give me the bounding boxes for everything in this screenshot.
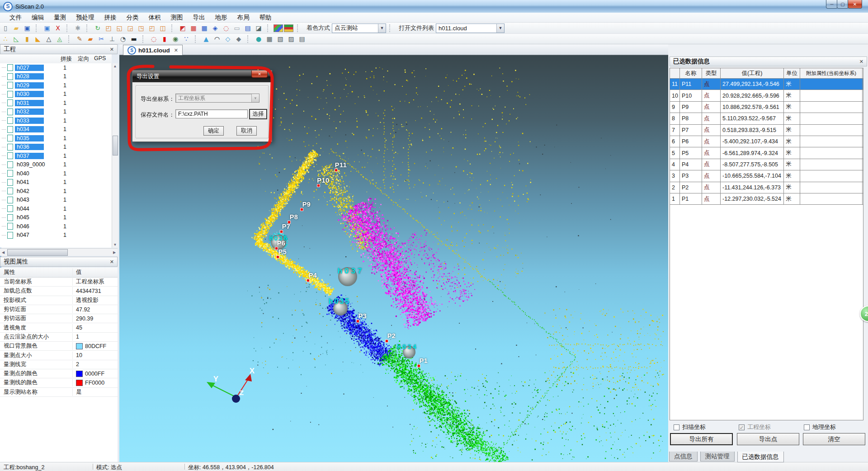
- selected-data-row[interactable]: 8P8点5.110,293.522,-9.567米: [670, 113, 863, 124]
- maximize-button[interactable]: ▢: [837, 0, 849, 9]
- selected-data-row[interactable]: 5P5点-6.561,289.974,-9.324米: [670, 147, 863, 159]
- tree-item-h043[interactable]: h0431: [0, 196, 112, 205]
- dialog-close-button[interactable]: ✕: [251, 71, 268, 78]
- tree-item-h027[interactable]: h0271: [0, 63, 112, 72]
- table-small-icon[interactable]: ▨: [286, 35, 296, 43]
- prop-row[interactable]: 点云渲染点的大小1: [0, 333, 118, 342]
- tree-item-h037[interactable]: h0371: [0, 151, 112, 160]
- tree-item-h029[interactable]: h0291: [0, 81, 112, 90]
- prop-row[interactable]: 显示测站名称是: [0, 388, 118, 397]
- level-icon[interactable]: ⊥: [107, 35, 117, 43]
- angle-icon[interactable]: △: [44, 35, 54, 43]
- prop-row[interactable]: 当前坐标系工程坐标系: [0, 278, 118, 287]
- tree-item-h040[interactable]: h0401: [0, 169, 112, 178]
- cube-view-1-icon[interactable]: ◰: [104, 24, 113, 33]
- box-blue-icon[interactable]: ◇: [223, 35, 233, 43]
- scroll-down-icon[interactable]: ▼: [112, 243, 118, 247]
- filelist-combobox[interactable]: h011.cloud ▼: [436, 24, 505, 33]
- tree-item-h044[interactable]: h0441: [0, 204, 112, 213]
- selected-data-row[interactable]: 7P7点0.518,293.823,-9.515米: [670, 125, 863, 136]
- checkbox-icon[interactable]: [804, 424, 810, 430]
- tree-item-h042[interactable]: h0421: [0, 187, 112, 196]
- selected-data-row[interactable]: 11P11点27.499,292.134,-9.546米: [670, 79, 863, 90]
- menu-item-9[interactable]: 导出: [188, 13, 210, 23]
- settings-gears-icon[interactable]: ✱: [73, 24, 83, 33]
- ok-button[interactable]: 确定: [203, 126, 224, 136]
- checkbox-icon[interactable]: ✓: [739, 424, 745, 430]
- tree-item-h047[interactable]: h0471: [0, 231, 112, 240]
- prop-row[interactable]: 量测点大小10: [0, 351, 118, 360]
- menu-item-4[interactable]: 预处理: [71, 13, 99, 23]
- cancel-button[interactable]: 取消: [236, 126, 257, 136]
- selected-data-row[interactable]: 3P3点-10.665,255.584,-7.104米: [670, 170, 863, 182]
- colormap-icon[interactable]: [274, 24, 283, 32]
- table-list-icon[interactable]: ▤: [297, 35, 307, 43]
- prop-row[interactable]: 量测线的颜色FF0000: [0, 378, 118, 387]
- tree-item-h036[interactable]: h0361: [0, 143, 112, 152]
- tree-item-h035[interactable]: h0351: [0, 134, 112, 143]
- tree-item-h031[interactable]: h0311: [0, 99, 112, 108]
- selected-data-row[interactable]: 9P9点10.886,292.578,-9.561米: [670, 102, 863, 113]
- cube-view-4-icon[interactable]: ◳: [136, 24, 146, 33]
- cube-view-6-icon[interactable]: ◫: [158, 24, 168, 33]
- refresh-icon[interactable]: ↻: [93, 24, 103, 33]
- tree-vscrollbar[interactable]: ▲ ▼: [112, 63, 118, 248]
- tab-测站管理[interactable]: 测站管理: [700, 452, 735, 462]
- scroll-right-icon[interactable]: ▶: [112, 250, 117, 254]
- selected-data-row[interactable]: 4P4点-8.507,277.575,-8.505米: [670, 159, 863, 170]
- scroll-left-icon[interactable]: ◀: [1, 250, 5, 254]
- circle-select-icon[interactable]: ◌: [221, 24, 231, 33]
- open-folder-icon[interactable]: ▰: [11, 24, 21, 33]
- selected-data-row[interactable]: 2P2点-11.431,244.126,-6.373米: [670, 182, 863, 193]
- coord-system-combobox[interactable]: 工程坐标系 ▼: [175, 94, 259, 103]
- menu-item-12[interactable]: 帮助: [255, 13, 277, 23]
- prism-icon[interactable]: ▲: [201, 35, 211, 43]
- close-icon[interactable]: ✕: [859, 59, 863, 65]
- tree-item-h032[interactable]: h0321: [0, 108, 112, 117]
- ruler-vertical-icon[interactable]: ▮: [22, 35, 32, 43]
- triangle-flag-icon[interactable]: ◬: [55, 35, 65, 43]
- cube-view-3-icon[interactable]: ◲: [125, 24, 135, 33]
- snapshot-icon[interactable]: ▬: [129, 35, 139, 43]
- chevron-down-icon[interactable]: ▼: [378, 24, 386, 33]
- clear-button[interactable]: 清空: [803, 433, 865, 445]
- diamond-select-icon[interactable]: ◈: [210, 24, 220, 33]
- menu-item-8[interactable]: 测图: [166, 13, 188, 23]
- menu-item-7[interactable]: 体积: [144, 13, 166, 23]
- delete-icon[interactable]: X: [53, 24, 63, 33]
- measure-angle-icon[interactable]: ◺: [11, 35, 21, 43]
- grid-red-icon[interactable]: ▦: [189, 24, 198, 33]
- menu-item-5[interactable]: 拼接: [99, 13, 122, 23]
- color-layers-icon[interactable]: [284, 24, 293, 32]
- prop-row[interactable]: 透视角度45: [0, 323, 118, 332]
- shading-combobox[interactable]: 点云测站 ▼: [332, 24, 386, 33]
- tree-item-h033[interactable]: h0331: [0, 116, 112, 125]
- box-gray-icon[interactable]: ◆: [234, 35, 244, 43]
- table-add-icon[interactable]: ▧: [275, 35, 285, 43]
- title-bar[interactable]: S SiScan 2.0: [0, 0, 868, 13]
- block-red-icon[interactable]: ▮: [160, 35, 170, 43]
- minimize-button[interactable]: ─: [826, 0, 838, 9]
- checkbox-扫描坐标[interactable]: 扫描坐标: [674, 423, 706, 431]
- binocular-icon[interactable]: ◉: [170, 35, 180, 43]
- scissors-icon[interactable]: ✂: [96, 35, 106, 43]
- rect-select-icon[interactable]: ▭: [232, 24, 242, 33]
- table-grid-icon[interactable]: ▦: [264, 35, 274, 43]
- tab-点信息[interactable]: 点信息: [669, 452, 698, 462]
- choose-file-button[interactable]: 选择: [249, 109, 267, 119]
- checkbox-icon[interactable]: [674, 424, 679, 430]
- export-points-button[interactable]: 导出点: [737, 433, 799, 445]
- tree-col-2[interactable]: 定向: [78, 55, 89, 63]
- close-icon[interactable]: ✕: [110, 259, 114, 265]
- prop-row[interactable]: 剪切远面290.39: [0, 314, 118, 323]
- tree-item-h041[interactable]: h0411: [0, 178, 112, 187]
- grid-blue-icon[interactable]: ▦: [199, 24, 209, 33]
- checkbox-地理坐标[interactable]: 地理坐标: [804, 423, 836, 431]
- circle-measure-icon[interactable]: ◔: [118, 35, 128, 43]
- cube-view-5-icon[interactable]: ◰: [147, 24, 157, 33]
- set-square-icon[interactable]: ◣: [33, 35, 43, 43]
- measure-points-icon[interactable]: ∴: [0, 35, 10, 43]
- tree-item-h034[interactable]: h0341: [0, 125, 112, 134]
- save-all-icon[interactable]: ▣: [42, 24, 52, 33]
- save-icon[interactable]: ▣: [22, 24, 32, 33]
